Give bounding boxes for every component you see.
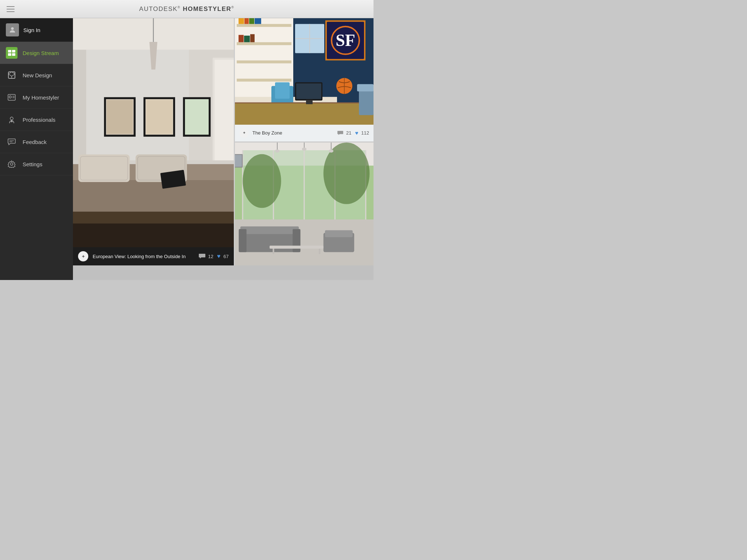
svg-rect-2	[12, 50, 15, 52]
content-area: ✦ European View: Looking from the Outsid…	[73, 18, 374, 280]
card-left-magic-icon: ✦	[78, 251, 88, 261]
grid-icon	[8, 50, 15, 56]
svg-point-97	[275, 149, 280, 152]
svg-rect-79	[235, 104, 374, 125]
svg-point-93	[243, 154, 281, 208]
signin-label: Sign In	[23, 27, 40, 33]
sidebar-item-professionals[interactable]: Professionals	[0, 109, 73, 131]
svg-rect-57	[239, 18, 244, 24]
svg-rect-59	[249, 18, 254, 24]
sidebar: Sign In Design Stream	[0, 18, 73, 280]
svg-point-101	[329, 149, 334, 152]
card-tr-footer: ✦ The Boy Zone 21 ♥ 112	[235, 125, 374, 141]
card-left-footer: ✦ European View: Looking from the Outsid…	[73, 247, 234, 265]
app-title: AUTODESK® HOMESTYLER®	[139, 5, 235, 13]
sidebar-label-my-homestyler: My Homestyler	[23, 94, 59, 101]
sidebar-label-new-design: New Design	[23, 72, 52, 78]
feedback-icon	[6, 136, 18, 148]
card-right-column: SF	[235, 18, 374, 265]
modern-scene-svg	[235, 143, 374, 266]
svg-rect-104	[239, 229, 247, 252]
svg-rect-103	[240, 226, 299, 234]
my-homestyler-icon	[6, 92, 18, 103]
chat-icon	[8, 138, 16, 145]
svg-point-99	[302, 147, 307, 150]
svg-rect-112	[235, 155, 242, 167]
svg-rect-56	[237, 79, 291, 82]
comment-icon	[199, 253, 205, 259]
design-grid: ✦ European View: Looking from the Outsid…	[73, 18, 374, 265]
design-stream-icon	[6, 47, 18, 59]
svg-point-0	[11, 27, 13, 30]
avatar	[6, 23, 19, 36]
menu-button[interactable]	[7, 6, 15, 12]
card-br-image	[235, 143, 374, 266]
profile-card-icon	[8, 94, 16, 101]
card-tr-image: SF	[235, 18, 374, 125]
sidebar-item-new-design[interactable]: New Design	[0, 64, 73, 86]
svg-rect-107	[325, 230, 353, 237]
sidebar-label-design-stream: Design Stream	[23, 50, 59, 56]
card-left-like-count: 67	[224, 254, 229, 259]
professionals-icon	[6, 114, 18, 125]
svg-rect-62	[244, 36, 250, 42]
sidebar-item-feedback[interactable]: Feedback	[0, 131, 73, 153]
svg-point-16	[11, 163, 13, 166]
card-tr-title: The Boy Zone	[252, 130, 334, 136]
svg-rect-75	[275, 82, 290, 99]
bottom-bar	[73, 265, 374, 280]
svg-rect-55	[237, 61, 291, 63]
svg-rect-1	[8, 50, 11, 52]
svg-rect-82	[306, 101, 313, 104]
user-icon	[8, 26, 16, 34]
sidebar-label-professionals: Professionals	[23, 117, 55, 123]
card-tr-like-count: 112	[361, 130, 369, 136]
card-left-comment-count: 12	[208, 254, 213, 259]
card-bottom-right[interactable]	[235, 143, 374, 266]
gear-icon	[8, 160, 16, 168]
svg-rect-3	[8, 53, 11, 56]
sidebar-item-design-stream[interactable]: Design Stream	[0, 42, 73, 64]
svg-rect-61	[239, 35, 244, 42]
box-icon	[8, 71, 16, 79]
card-left-image	[73, 18, 234, 247]
sidebar-item-settings[interactable]: Settings	[0, 153, 73, 175]
card-left-title: European View: Looking from the Outside …	[93, 254, 195, 259]
heart-icon: ♥	[217, 253, 221, 260]
svg-rect-36	[185, 99, 209, 135]
svg-rect-108	[270, 245, 324, 248]
svg-rect-4	[12, 53, 15, 56]
svg-rect-84	[357, 84, 374, 92]
svg-text:SF: SF	[336, 31, 355, 50]
card-tr-comment-count: 21	[346, 130, 351, 136]
svg-rect-58	[244, 18, 249, 24]
svg-rect-44	[160, 170, 186, 189]
sidebar-label-feedback: Feedback	[23, 139, 47, 145]
svg-rect-81	[296, 83, 321, 99]
settings-icon	[6, 158, 18, 170]
signin-button[interactable]: Sign In	[0, 18, 73, 42]
sidebar-item-my-homestyler[interactable]: My Homestyler	[0, 86, 73, 109]
card-left[interactable]: ✦ European View: Looking from the Outsid…	[73, 18, 235, 265]
card-left-like-stat: ♥ 67	[217, 253, 229, 260]
svg-rect-54	[237, 42, 291, 45]
heart-icon-tr: ♥	[355, 130, 358, 136]
svg-rect-60	[255, 18, 261, 24]
svg-rect-31	[107, 100, 133, 134]
card-tr-magic-icon: ✦	[239, 128, 249, 138]
main-layout: Sign In Design Stream	[0, 18, 374, 280]
bedroom-scene-svg	[73, 18, 234, 247]
svg-point-10	[9, 96, 11, 98]
svg-rect-53	[237, 24, 291, 27]
card-tr-like-stat: ♥ 112	[355, 130, 369, 136]
boyzone-scene-svg: SF	[235, 18, 374, 125]
svg-rect-63	[250, 34, 255, 42]
sidebar-label-settings: Settings	[23, 161, 42, 167]
topbar: AUTODESK® HOMESTYLER®	[0, 0, 374, 18]
card-tr-comment-stat: 21	[337, 130, 351, 136]
new-design-icon	[6, 69, 18, 81]
svg-rect-40	[78, 155, 130, 182]
card-top-right[interactable]: SF	[235, 18, 374, 141]
svg-rect-34	[146, 100, 172, 134]
card-left-comment-stat: 12	[199, 253, 213, 259]
